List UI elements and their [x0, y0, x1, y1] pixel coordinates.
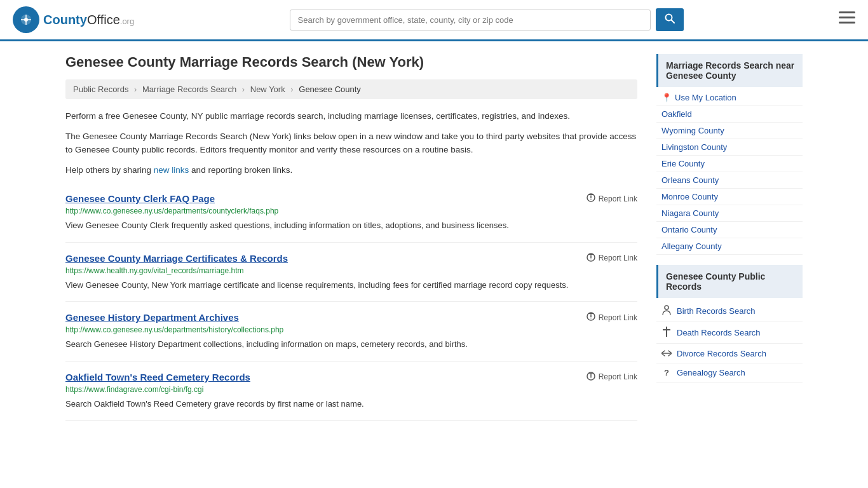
- sidebar-nearby-title: Marriage Records Search near Genesee Cou…: [656, 54, 803, 87]
- search-button[interactable]: [656, 8, 684, 31]
- content-area: Genesee County Marriage Records Search (…: [65, 54, 637, 421]
- menu-button[interactable]: [839, 11, 855, 28]
- results-list: Genesee County Clerk FAQ Page Report Lin…: [65, 183, 637, 421]
- result-desc-3: Search Genesee History Department collec…: [65, 338, 637, 351]
- location-pin-icon: 📍: [661, 93, 672, 102]
- svg-point-18: [590, 318, 592, 319]
- svg-point-10: [590, 199, 592, 200]
- description-para3: Help others by sharing new links and rep…: [65, 163, 637, 177]
- new-links-link[interactable]: new links: [154, 165, 189, 175]
- result-header-1: Genesee County Clerk FAQ Page Report Lin…: [65, 193, 637, 204]
- sidebar-item-birth-records[interactable]: Birth Records Search: [656, 301, 803, 322]
- sidebar: Marriage Records Search near Genesee Cou…: [656, 54, 803, 421]
- result-desc-4: Search Oakfield Town's Reed Cemetery gra…: [65, 398, 637, 410]
- description-para1: Perform a free Genesee County, NY public…: [65, 109, 637, 123]
- report-link-btn-4[interactable]: Report Link: [587, 372, 637, 383]
- breadcrumb: Public Records › Marriage Records Search…: [65, 79, 637, 99]
- result-header-2: Genesee County Marriage Certificates & R…: [65, 253, 637, 264]
- breadcrumb-current: Genesee County: [299, 85, 361, 94]
- sidebar-item-monroe-county[interactable]: Monroe County: [656, 189, 803, 205]
- death-records-link[interactable]: Death Records Search: [677, 328, 761, 337]
- sidebar-item-livingston-county[interactable]: Livingston County: [656, 139, 803, 156]
- sidebar-item-death-records[interactable]: Death Records Search: [656, 322, 803, 344]
- sidebar-item-wyoming-county[interactable]: Wyoming County: [656, 123, 803, 139]
- result-header-4: Oakfield Town's Reed Cemetery Records Re…: [65, 372, 637, 383]
- search-input[interactable]: [290, 10, 651, 30]
- result-desc-1: View Genesee County Clerk frequently ask…: [65, 219, 637, 232]
- logo-text: CountyOffice.org: [43, 13, 134, 27]
- svg-rect-5: [839, 11, 855, 13]
- result-url-3: http://www.co.genesee.ny.us/departments/…: [65, 325, 637, 334]
- logo-area: CountyOffice.org: [13, 6, 134, 33]
- result-card-2: Genesee County Marriage Certificates & R…: [65, 243, 637, 302]
- result-card-4: Oakfield Town's Reed Cemetery Records Re…: [65, 362, 637, 421]
- result-card-1: Genesee County Clerk FAQ Page Report Lin…: [65, 183, 637, 243]
- genealogy-search-link[interactable]: Genealogy Search: [677, 368, 745, 377]
- sidebar-item-oakfield[interactable]: Oakfield: [656, 106, 803, 123]
- result-title-3[interactable]: Genesee History Department Archives: [65, 312, 239, 323]
- breadcrumb-sep-2: ›: [242, 85, 245, 94]
- sidebar-item-divorce-records[interactable]: Divorce Records Search: [656, 344, 803, 363]
- sidebar-item-erie-county[interactable]: Erie County: [656, 156, 803, 172]
- arrows-icon: [661, 348, 672, 358]
- report-icon-4: [587, 372, 595, 383]
- svg-rect-6: [839, 17, 855, 18]
- breadcrumb-sep-3: ›: [290, 85, 293, 94]
- result-url-4: https://www.findagrave.com/cgi-bin/fg.cg…: [65, 385, 637, 394]
- result-card-3: Genesee History Department Archives Repo…: [65, 302, 637, 362]
- sidebar-item-niagara-county[interactable]: Niagara County: [656, 205, 803, 222]
- report-icon-3: [587, 312, 595, 323]
- svg-rect-25: [666, 327, 667, 337]
- svg-line-4: [671, 20, 674, 24]
- description-para2: The Genesee County Marriage Records Sear…: [65, 130, 637, 157]
- report-link-btn-3[interactable]: Report Link: [587, 312, 637, 323]
- sidebar-item-ontario-county[interactable]: Ontario County: [656, 222, 803, 238]
- main-layout: Genesee County Marriage Records Search (…: [53, 41, 815, 421]
- person-icon: [661, 305, 672, 317]
- result-desc-2: View Genesee County, New York marriage c…: [65, 279, 637, 292]
- report-icon-1: [587, 193, 595, 204]
- question-icon: ?: [661, 368, 672, 377]
- svg-point-14: [590, 259, 592, 260]
- result-title-1[interactable]: Genesee County Clerk FAQ Page: [65, 193, 215, 204]
- sidebar-item-use-my-location[interactable]: 📍 Use My Location: [656, 90, 803, 106]
- birth-records-link[interactable]: Birth Records Search: [677, 306, 756, 316]
- result-title-2[interactable]: Genesee County Marriage Certificates & R…: [65, 253, 288, 264]
- use-my-location-link[interactable]: Use My Location: [675, 93, 736, 102]
- cross-icon: [661, 327, 672, 339]
- report-link-btn-1[interactable]: Report Link: [587, 193, 637, 204]
- svg-point-24: [665, 306, 668, 309]
- report-icon-2: [587, 253, 595, 264]
- result-title-4[interactable]: Oakfield Town's Reed Cemetery Records: [65, 372, 250, 383]
- search-bar-area: [290, 8, 684, 31]
- breadcrumb-new-york[interactable]: New York: [250, 85, 285, 94]
- report-link-btn-2[interactable]: Report Link: [587, 253, 637, 264]
- sidebar-nearby-list: 📍 Use My Location Oakfield Wyoming Count…: [656, 90, 803, 255]
- svg-point-2: [24, 18, 28, 22]
- breadcrumb-marriage-records[interactable]: Marriage Records Search: [142, 85, 236, 94]
- breadcrumb-public-records[interactable]: Public Records: [73, 85, 128, 94]
- sidebar-item-orleans-county[interactable]: Orleans County: [656, 172, 803, 189]
- sidebar-item-allegany-county[interactable]: Allegany County: [656, 238, 803, 255]
- breadcrumb-sep-1: ›: [134, 85, 137, 94]
- page-title: Genesee County Marriage Records Search (…: [65, 54, 637, 71]
- result-header-3: Genesee History Department Archives Repo…: [65, 312, 637, 323]
- svg-point-22: [590, 377, 592, 379]
- header: CountyOffice.org: [0, 0, 868, 41]
- sidebar-item-genealogy[interactable]: ? Genealogy Search: [656, 363, 803, 383]
- svg-rect-7: [839, 22, 855, 24]
- logo-icon: [13, 6, 39, 33]
- result-url-2: https://www.health.ny.gov/vital_records/…: [65, 266, 637, 275]
- result-url-1: http://www.co.genesee.ny.us/departments/…: [65, 207, 637, 215]
- svg-rect-26: [663, 329, 670, 330]
- divorce-records-link[interactable]: Divorce Records Search: [677, 349, 766, 358]
- sidebar-public-records-title: Genesee County Public Records: [656, 265, 803, 298]
